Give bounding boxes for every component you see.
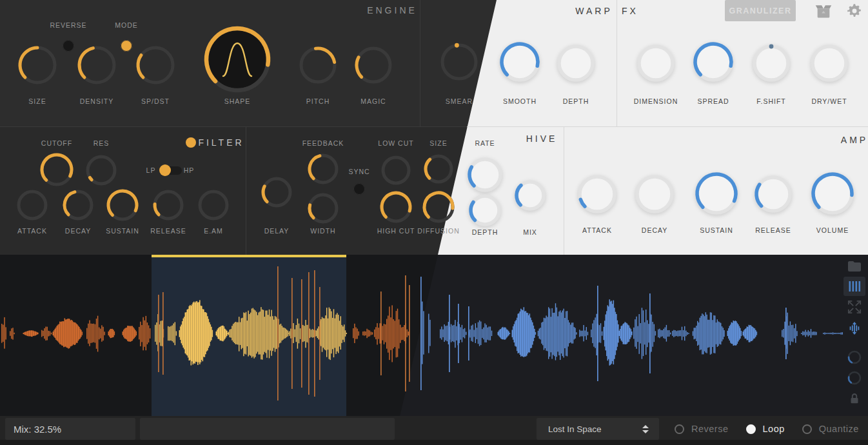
dimension-label: DIMENSION: [634, 97, 678, 105]
radio-circle-icon: [802, 424, 812, 434]
eam-label: E.AM: [204, 227, 223, 235]
pitch-knob[interactable]: [295, 43, 340, 88]
amp-attack-knob[interactable]: [574, 171, 620, 217]
spdst-label: SP/DST: [141, 97, 170, 105]
mini-knob-b-icon[interactable]: [843, 368, 865, 388]
reverse-toggle[interactable]: [63, 40, 74, 52]
folder-icon[interactable]: [843, 257, 865, 276]
divider-rows-light: [467, 126, 868, 127]
divider-warp-fx: [616, 0, 617, 126]
option-loop[interactable]: Loop: [746, 424, 785, 434]
filter-release-knob[interactable]: [149, 186, 188, 224]
cutoff-knob[interactable]: [36, 149, 77, 190]
radio-circle-icon: [675, 424, 684, 434]
filter-sustain-knob[interactable]: [103, 185, 143, 225]
size-knob[interactable]: [14, 42, 61, 88]
filter-release-label: RELEASE: [150, 227, 186, 235]
engine-section-title: ENGINE: [367, 5, 417, 15]
select-chevrons-icon: [642, 425, 649, 433]
feedback-knob[interactable]: [304, 150, 342, 188]
grain-view-icon[interactable]: [843, 277, 865, 296]
pitch-label: PITCH: [306, 97, 330, 105]
preset-select[interactable]: Lost In Space: [537, 418, 659, 440]
amp-release-label: RELEASE: [755, 226, 791, 234]
filter-decay-knob[interactable]: [59, 186, 97, 224]
stretch-icon[interactable]: [843, 319, 865, 338]
hive-mix-label: MIX: [523, 228, 537, 236]
divider-filter-delay: [246, 126, 246, 255]
option-quantize[interactable]: Quantize: [802, 424, 859, 434]
shape-knob[interactable]: [201, 23, 274, 96]
hive-depth-label: DEPTH: [472, 228, 498, 236]
width-knob[interactable]: [304, 189, 342, 228]
spread-knob[interactable]: [689, 38, 737, 86]
mode-label: MODE: [115, 21, 138, 29]
waveform-display[interactable]: [0, 255, 868, 416]
eam-knob[interactable]: [194, 186, 233, 224]
dimension-knob[interactable]: [633, 41, 678, 86]
volume-knob[interactable]: [807, 168, 858, 219]
bottom-edge: [0, 440, 868, 445]
gear-icon[interactable]: [845, 3, 863, 19]
hive-mix-knob[interactable]: [511, 176, 549, 215]
width-label: WIDTH: [310, 227, 335, 235]
volume-label: VOLUME: [816, 226, 849, 234]
highcut-label: HIGH CUT: [377, 227, 415, 235]
amp-decay-knob[interactable]: [631, 171, 678, 217]
smear-knob[interactable]: [437, 39, 482, 84]
diffusion-label: DIFFUSION: [417, 227, 460, 235]
spdst-knob[interactable]: [132, 42, 179, 88]
lp-label: LP: [146, 166, 156, 174]
diffusion-knob[interactable]: [419, 187, 459, 227]
magic-knob[interactable]: [351, 43, 396, 88]
filter-enable-led[interactable]: [186, 137, 196, 148]
lp-hp-toggle-knob[interactable]: [159, 164, 171, 176]
mix-readout[interactable]: Mix: 32.5%: [5, 418, 135, 440]
playback-options: ReverseLoopQuantize: [675, 418, 859, 440]
amp-release-knob[interactable]: [751, 172, 796, 217]
delay-label: DELAY: [264, 227, 290, 235]
preset-box-icon[interactable]: [814, 3, 833, 19]
filter-attack-knob[interactable]: [13, 186, 52, 224]
lowcut-knob[interactable]: [377, 152, 415, 189]
fshift-knob[interactable]: [749, 41, 794, 86]
granulizer-plugin-window: ENGINE WARP FX FILTER HIVE AMP GRANULIZE…: [0, 0, 868, 445]
drywet-knob[interactable]: [807, 41, 852, 86]
delay-knob[interactable]: [257, 173, 296, 212]
res-knob[interactable]: [82, 151, 121, 190]
lock-icon[interactable]: [843, 389, 865, 408]
sync-toggle[interactable]: [353, 183, 365, 195]
hive-depth-knob[interactable]: [465, 190, 505, 230]
filter-decay-label: DECAY: [65, 227, 91, 235]
drywet-label: DRY/WET: [811, 97, 847, 105]
sync-label: SYNC: [348, 168, 370, 175]
filter-sustain-label: SUSTAIN: [106, 227, 139, 235]
feedback-label: FEEDBACK: [302, 139, 344, 147]
spread-label: SPREAD: [697, 97, 729, 105]
amp-section-title: AMP: [841, 135, 868, 145]
delay-size-label: SIZE: [429, 139, 447, 147]
radio-label: Loop: [763, 424, 785, 434]
amp-attack-label: ATTACK: [582, 226, 612, 234]
hive-section-title: HIVE: [526, 134, 558, 144]
warp-depth-knob[interactable]: [553, 41, 598, 86]
expand-icon[interactable]: [843, 297, 865, 317]
smear-label: SMEAR: [446, 97, 473, 105]
filter-attack-label: ATTACK: [17, 227, 47, 235]
amp-sustain-knob[interactable]: [691, 168, 742, 219]
mini-knob-a-icon[interactable]: [843, 348, 865, 367]
density-knob[interactable]: [74, 42, 120, 88]
delay-size-knob[interactable]: [420, 150, 457, 188]
mode-toggle[interactable]: [121, 40, 132, 52]
option-reverse[interactable]: Reverse: [675, 424, 729, 434]
selection-top-marker[interactable]: [152, 255, 346, 257]
highcut-knob[interactable]: [376, 187, 416, 227]
smooth-label: SMOOTH: [503, 97, 537, 105]
warp-depth-label: DEPTH: [563, 97, 589, 105]
granulizer-mode-button[interactable]: GRANULIZER: [725, 0, 796, 21]
size-label: SIZE: [28, 97, 46, 105]
fx-section-title: FX: [622, 6, 638, 16]
smooth-knob[interactable]: [496, 38, 544, 86]
res-label: RES: [94, 139, 110, 147]
density-label: DENSITY: [80, 97, 114, 105]
